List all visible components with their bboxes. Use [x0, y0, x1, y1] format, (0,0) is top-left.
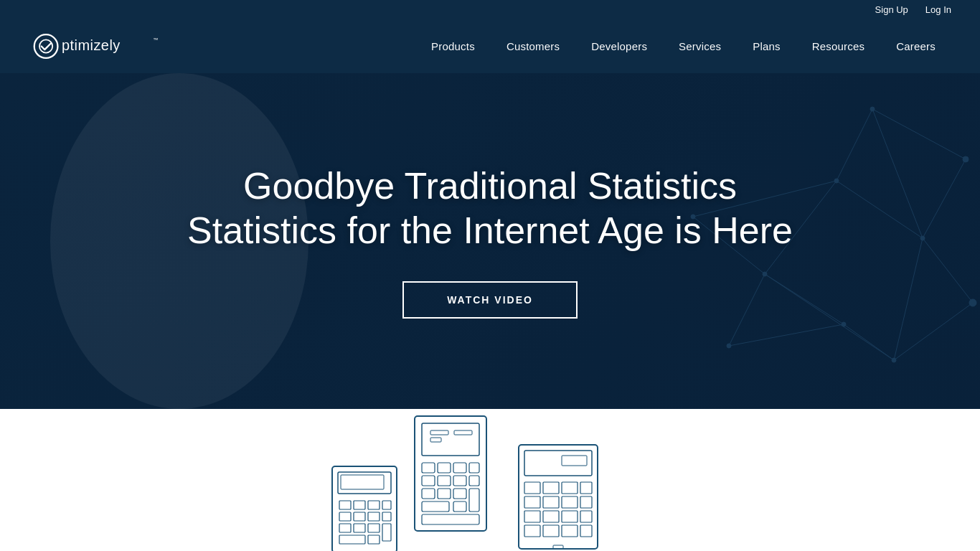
- login-link[interactable]: Log In: [925, 4, 951, 15]
- svg-point-25: [834, 179, 839, 183]
- svg-line-18: [729, 324, 844, 346]
- svg-rect-51: [430, 438, 441, 442]
- nav-resources[interactable]: Resources: [796, 40, 881, 52]
- svg-rect-56: [422, 476, 435, 486]
- svg-rect-64: [422, 501, 449, 512]
- svg-rect-42: [354, 524, 365, 532]
- svg-rect-79: [543, 511, 559, 522]
- nav-plans[interactable]: Plans: [737, 40, 796, 52]
- svg-rect-80: [562, 511, 578, 522]
- svg-rect-72: [562, 482, 578, 494]
- svg-rect-66: [422, 514, 479, 524]
- calculator-illustration: [275, 409, 705, 551]
- svg-rect-44: [382, 524, 391, 541]
- svg-rect-55: [469, 463, 479, 473]
- svg-rect-57: [438, 476, 451, 486]
- hero-title: Goodbye Traditional Statistics Statistic…: [187, 164, 793, 253]
- svg-rect-35: [368, 501, 380, 509]
- svg-rect-47: [415, 416, 486, 531]
- svg-text:ptimizely: ptimizely: [62, 37, 121, 53]
- svg-rect-82: [524, 525, 540, 537]
- svg-rect-77: [580, 496, 592, 508]
- svg-rect-40: [382, 512, 391, 521]
- svg-line-11: [837, 181, 923, 238]
- header: ptimizely ™ Products Customers Developer…: [0, 19, 980, 73]
- signup-link[interactable]: Sign Up: [875, 4, 908, 15]
- svg-rect-63: [469, 489, 479, 512]
- svg-rect-71: [543, 482, 559, 494]
- svg-line-10: [837, 109, 872, 181]
- nav-careers[interactable]: Careers: [880, 40, 951, 52]
- svg-point-21: [963, 156, 969, 162]
- svg-rect-61: [438, 489, 451, 499]
- svg-rect-33: [339, 501, 351, 509]
- svg-rect-49: [430, 430, 448, 435]
- svg-rect-43: [368, 524, 380, 532]
- watch-video-button[interactable]: WATCH VIDEO: [402, 281, 578, 319]
- top-bar: Sign Up Log In: [0, 0, 980, 19]
- nav-services[interactable]: Services: [663, 40, 737, 52]
- bottom-section: [0, 409, 980, 551]
- svg-rect-37: [339, 512, 351, 521]
- svg-line-9: [894, 238, 923, 360]
- nav-developers[interactable]: Developers: [575, 40, 663, 52]
- svg-rect-53: [438, 463, 451, 473]
- svg-rect-50: [454, 430, 472, 435]
- svg-rect-84: [562, 525, 578, 537]
- hero-section: Goodbye Traditional Statistics Statistic…: [0, 73, 980, 409]
- svg-line-5: [923, 159, 966, 238]
- svg-point-20: [870, 107, 875, 111]
- svg-rect-69: [562, 456, 587, 466]
- svg-rect-52: [422, 463, 435, 473]
- svg-rect-73: [580, 482, 592, 494]
- main-nav: Products Customers Developers Services P…: [415, 40, 951, 52]
- svg-rect-36: [382, 501, 391, 509]
- svg-rect-34: [354, 501, 365, 509]
- svg-rect-65: [453, 501, 466, 512]
- svg-rect-59: [469, 476, 479, 486]
- svg-point-23: [969, 299, 976, 306]
- svg-rect-46: [368, 535, 380, 544]
- logo[interactable]: ptimizely ™: [29, 29, 165, 65]
- svg-rect-58: [453, 476, 466, 486]
- svg-rect-45: [339, 535, 365, 544]
- svg-rect-78: [524, 511, 540, 522]
- nav-customers[interactable]: Customers: [491, 40, 575, 52]
- svg-point-27: [842, 322, 846, 326]
- svg-rect-70: [524, 482, 540, 494]
- svg-rect-60: [422, 489, 435, 499]
- svg-rect-54: [453, 463, 466, 473]
- svg-rect-85: [580, 525, 592, 537]
- svg-line-7: [923, 238, 973, 303]
- svg-point-0: [34, 34, 58, 58]
- svg-rect-68: [524, 451, 592, 476]
- svg-rect-83: [543, 525, 559, 537]
- svg-rect-74: [524, 496, 540, 508]
- svg-rect-30: [332, 466, 397, 551]
- svg-rect-39: [368, 512, 380, 521]
- svg-rect-32: [341, 475, 384, 489]
- svg-line-6: [872, 109, 923, 238]
- svg-text:™: ™: [153, 37, 158, 43]
- svg-point-29: [727, 344, 731, 348]
- svg-rect-81: [580, 511, 592, 522]
- svg-point-24: [892, 358, 896, 362]
- nav-products[interactable]: Products: [415, 40, 491, 52]
- hero-content: Goodbye Traditional Statistics Statistic…: [159, 164, 821, 319]
- svg-rect-38: [354, 512, 365, 521]
- svg-rect-75: [543, 496, 559, 508]
- svg-rect-41: [339, 524, 351, 532]
- svg-point-22: [920, 236, 925, 240]
- svg-line-4: [872, 109, 966, 159]
- svg-rect-76: [562, 496, 578, 508]
- svg-rect-62: [453, 489, 466, 499]
